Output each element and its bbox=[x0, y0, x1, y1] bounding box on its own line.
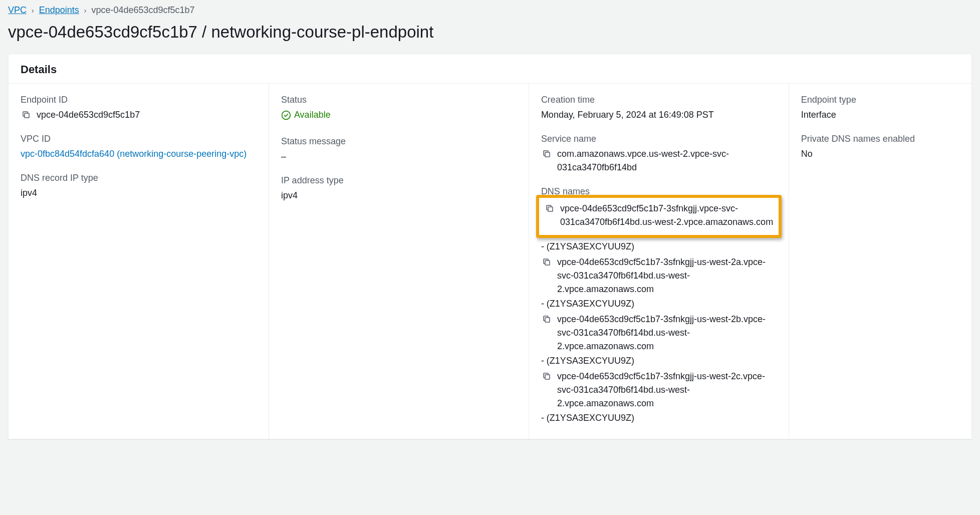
value-dns-record-ip-type: ipv4 bbox=[21, 186, 257, 200]
copy-icon[interactable] bbox=[544, 203, 555, 214]
value-ip-address-type: ipv4 bbox=[281, 189, 517, 202]
field-endpoint-id: Endpoint ID vpce-04de653cd9cf5c1b7 bbox=[21, 95, 257, 122]
value-status-message: – bbox=[281, 150, 517, 163]
value-creation-time: Monday, February 5, 2024 at 16:49:08 PST bbox=[541, 108, 777, 122]
dns-zone: - (Z1YSA3EXCYUU9Z) bbox=[541, 297, 777, 311]
label-endpoint-id: Endpoint ID bbox=[21, 95, 257, 105]
check-circle-icon bbox=[281, 110, 291, 120]
value-private-dns: No bbox=[801, 147, 959, 161]
chevron-right-icon: › bbox=[84, 7, 87, 15]
field-creation-time: Creation time Monday, February 5, 2024 a… bbox=[541, 95, 777, 122]
field-service-name: Service name com.amazonaws.vpce.us-west-… bbox=[541, 134, 777, 174]
field-dns-names: DNS names vpce-04de653cd9cf5c1b7-3sfnkgj… bbox=[541, 186, 777, 425]
dns-entry: vpce-04de653cd9cf5c1b7-3sfnkgjj-us-west-… bbox=[541, 370, 777, 425]
page-title: vpce-04de653cd9cf5c1b7 / networking-cour… bbox=[0, 20, 980, 54]
dns-name-value: vpce-04de653cd9cf5c1b7-3sfnkgjj-us-west-… bbox=[557, 313, 777, 353]
value-service-name: com.amazonaws.vpce.us-west-2.vpce-svc-03… bbox=[557, 147, 777, 174]
field-vpc-id: VPC ID vpc-0fbc84d54fdcfa640 (networking… bbox=[21, 134, 257, 161]
field-status-message: Status message – bbox=[281, 136, 517, 163]
status-badge: Available bbox=[281, 108, 331, 122]
dns-entry: vpce-04de653cd9cf5c1b7-3sfnkgjj-us-west-… bbox=[541, 313, 777, 368]
label-private-dns: Private DNS names enabled bbox=[801, 134, 959, 144]
label-service-name: Service name bbox=[541, 134, 777, 144]
label-status-message: Status message bbox=[281, 136, 517, 147]
label-dns-record-ip-type: DNS record IP type bbox=[21, 173, 257, 183]
breadcrumb-vpc[interactable]: VPC bbox=[8, 5, 27, 16]
copy-icon[interactable] bbox=[541, 148, 552, 159]
value-status: Available bbox=[294, 108, 331, 122]
dns-zone: - (Z1YSA3EXCYUU9Z) bbox=[541, 354, 777, 368]
details-col-4: Endpoint type Interface Private DNS name… bbox=[789, 84, 971, 439]
field-endpoint-type: Endpoint type Interface bbox=[801, 95, 959, 122]
dns-entry: vpce-04de653cd9cf5c1b7-3sfnkgjj.vpce-svc… bbox=[544, 202, 774, 229]
copy-icon[interactable] bbox=[541, 256, 552, 268]
field-status: Status Available bbox=[281, 95, 517, 124]
label-ip-address-type: IP address type bbox=[281, 175, 517, 186]
label-status: Status bbox=[281, 95, 517, 105]
dns-entry: vpce-04de653cd9cf5c1b7-3sfnkgjj-us-west-… bbox=[541, 255, 777, 311]
highlight-box: vpce-04de653cd9cf5c1b7-3sfnkgjj.vpce-svc… bbox=[536, 195, 782, 238]
details-header: Details bbox=[9, 54, 971, 84]
details-panel: Details Endpoint ID vpce-04de653cd9cf5c1… bbox=[8, 54, 972, 439]
label-endpoint-type: Endpoint type bbox=[801, 95, 959, 105]
details-body: Endpoint ID vpce-04de653cd9cf5c1b7 VPC I… bbox=[9, 84, 971, 439]
copy-icon[interactable] bbox=[541, 371, 552, 382]
field-dns-record-ip-type: DNS record IP type ipv4 bbox=[21, 173, 257, 200]
breadcrumb-current: vpce-04de653cd9cf5c1b7 bbox=[91, 5, 194, 16]
link-vpc-id[interactable]: vpc-0fbc84d54fdcfa640 (networking-course… bbox=[21, 149, 247, 159]
details-col-2: Status Available Status message – IP add… bbox=[269, 84, 529, 439]
chevron-right-icon: › bbox=[32, 7, 34, 15]
value-endpoint-type: Interface bbox=[801, 108, 959, 122]
details-col-3: Creation time Monday, February 5, 2024 a… bbox=[529, 84, 789, 439]
copy-icon[interactable] bbox=[21, 109, 32, 120]
field-ip-address-type: IP address type ipv4 bbox=[281, 175, 517, 202]
dns-name-value: vpce-04de653cd9cf5c1b7-3sfnkgjj-us-west-… bbox=[557, 255, 777, 296]
dns-name-value: vpce-04de653cd9cf5c1b7-3sfnkgjj.vpce-svc… bbox=[560, 202, 774, 229]
label-vpc-id: VPC ID bbox=[21, 134, 257, 144]
copy-icon[interactable] bbox=[541, 314, 552, 325]
value-endpoint-id: vpce-04de653cd9cf5c1b7 bbox=[37, 108, 140, 122]
breadcrumb-endpoints[interactable]: Endpoints bbox=[39, 5, 79, 16]
details-col-1: Endpoint ID vpce-04de653cd9cf5c1b7 VPC I… bbox=[9, 84, 269, 439]
dns-zone: - (Z1YSA3EXCYUU9Z) bbox=[541, 240, 777, 253]
breadcrumb: VPC › Endpoints › vpce-04de653cd9cf5c1b7 bbox=[0, 0, 980, 20]
field-private-dns: Private DNS names enabled No bbox=[801, 134, 959, 161]
dns-zone: - (Z1YSA3EXCYUU9Z) bbox=[541, 411, 777, 425]
dns-name-value: vpce-04de653cd9cf5c1b7-3sfnkgjj-us-west-… bbox=[557, 370, 777, 410]
label-creation-time: Creation time bbox=[541, 95, 777, 105]
